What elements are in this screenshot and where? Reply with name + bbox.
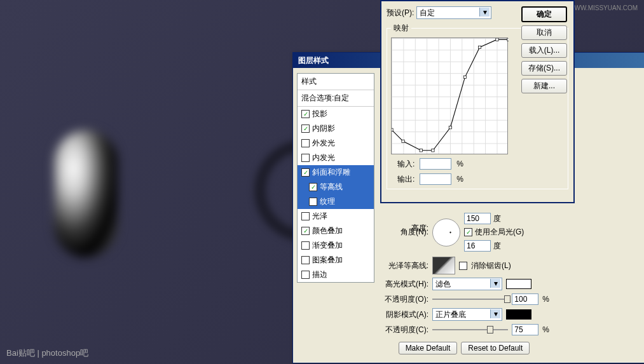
shadow-opacity-label: 不透明度(C): bbox=[379, 325, 428, 335]
rendered-object-blob bbox=[54, 130, 118, 257]
style-drop-shadow[interactable]: 投影 bbox=[298, 107, 374, 121]
output-value[interactable] bbox=[420, 173, 451, 185]
input-percent: % bbox=[456, 159, 463, 168]
shadow-mode-label: 阴影模式(A): bbox=[379, 309, 428, 320]
angle-input[interactable] bbox=[464, 213, 491, 224]
checkbox-icon[interactable] bbox=[301, 227, 310, 235]
checkbox-icon[interactable] bbox=[301, 212, 310, 220]
styles-list: 样式 混合选项:自定 投影 内阴影 外发光 内发光 斜面和浮雕 等高线 纹理 光… bbox=[297, 73, 374, 283]
combo-value: 正片叠底 bbox=[435, 309, 466, 320]
preset-label: 预设(P): bbox=[387, 8, 414, 18]
styles-header[interactable]: 样式 bbox=[298, 74, 374, 90]
layer-style-title: 图层样式 bbox=[298, 55, 329, 66]
style-inner-glow[interactable]: 内发光 bbox=[298, 151, 374, 165]
make-default-button[interactable]: Make Default bbox=[399, 342, 458, 354]
global-light-checkbox[interactable] bbox=[464, 228, 472, 236]
checkbox-icon[interactable] bbox=[301, 271, 310, 279]
global-light-label: 使用全局光(G) bbox=[475, 227, 524, 238]
gloss-contour-label: 光泽等高线: bbox=[379, 260, 428, 271]
curve-buttons: 确定 取消 载入(L)... 存储(S)... 新建... bbox=[521, 6, 567, 93]
curve-load-button[interactable]: 载入(L)... bbox=[521, 43, 567, 58]
curve-ok-button[interactable]: 确定 bbox=[521, 6, 567, 22]
style-satin[interactable]: 光泽 bbox=[298, 209, 374, 224]
curve-cancel-button[interactable]: 取消 bbox=[521, 25, 567, 40]
output-percent: % bbox=[456, 175, 463, 184]
highlight-mode-label: 高光模式(H): bbox=[379, 279, 428, 290]
label: 投影 bbox=[312, 109, 327, 119]
highlight-opacity-slider[interactable] bbox=[432, 293, 508, 305]
label: 斜面和浮雕 bbox=[312, 167, 350, 178]
shadow-opacity-input[interactable] bbox=[512, 324, 538, 335]
style-stroke[interactable]: 描边 bbox=[298, 267, 374, 282]
checkbox-icon[interactable] bbox=[301, 168, 310, 177]
input-label: 输入: bbox=[397, 159, 414, 170]
highlight-color-swatch[interactable] bbox=[506, 279, 531, 289]
style-pattern-overlay[interactable]: 图案叠加 bbox=[298, 253, 374, 267]
style-gradient-overlay[interactable]: 渐变叠加 bbox=[298, 238, 374, 253]
reset-default-button[interactable]: Reset to Default bbox=[461, 342, 530, 354]
curve-save-button[interactable]: 存储(S)... bbox=[521, 61, 567, 76]
curve-grid[interactable] bbox=[391, 37, 508, 154]
label: 内发光 bbox=[312, 152, 335, 163]
style-inner-shadow[interactable]: 内阴影 bbox=[298, 121, 374, 136]
highlight-mode-combo[interactable]: 滤色 bbox=[432, 278, 502, 290]
output-label: 输出: bbox=[397, 174, 414, 185]
highlight-opacity-input[interactable] bbox=[512, 293, 538, 305]
label: 外发光 bbox=[312, 138, 335, 149]
shadow-color-swatch[interactable] bbox=[506, 309, 531, 320]
svg-rect-1 bbox=[402, 140, 404, 142]
checkbox-icon[interactable] bbox=[301, 256, 310, 264]
degree-label: 度 bbox=[493, 213, 501, 224]
gloss-contour-picker[interactable] bbox=[432, 257, 455, 274]
svg-rect-6 bbox=[478, 46, 481, 48]
style-bevel-emboss[interactable]: 斜面和浮雕 bbox=[298, 165, 374, 180]
label: 渐变叠加 bbox=[312, 240, 343, 251]
label: 内阴影 bbox=[312, 123, 335, 134]
style-contour[interactable]: 等高线 bbox=[298, 180, 374, 194]
antialias-checkbox[interactable] bbox=[459, 262, 467, 270]
checkbox-icon[interactable] bbox=[309, 183, 317, 191]
checkbox-icon[interactable] bbox=[301, 241, 310, 250]
checkbox-icon[interactable] bbox=[301, 139, 310, 147]
degree-label-2: 度 bbox=[493, 241, 501, 252]
svg-rect-8 bbox=[507, 38, 509, 41]
highlight-opacity-label: 不透明度(O): bbox=[379, 294, 428, 305]
checkbox-icon[interactable] bbox=[301, 110, 310, 118]
combo-value: 滤色 bbox=[435, 279, 451, 290]
percent-label-2: % bbox=[542, 325, 549, 334]
shadow-mode-combo[interactable]: 正片叠底 bbox=[432, 308, 502, 321]
svg-rect-0 bbox=[392, 128, 393, 131]
combo-value: 自定 bbox=[420, 8, 435, 18]
svg-rect-3 bbox=[432, 149, 434, 152]
label: 等高线 bbox=[320, 182, 343, 192]
blend-options[interactable]: 混合选项:自定 bbox=[298, 90, 374, 107]
label: 图案叠加 bbox=[312, 255, 343, 266]
style-texture[interactable]: 纹理 bbox=[298, 194, 374, 209]
contour-editor-dialog: 预设(P): 自定 映射 输入: % 输出: % 确定 bbox=[380, 0, 575, 203]
svg-rect-5 bbox=[463, 76, 466, 78]
input-value[interactable] bbox=[420, 158, 451, 170]
style-outer-glow[interactable]: 外发光 bbox=[298, 136, 374, 151]
svg-rect-2 bbox=[420, 149, 422, 152]
altitude-label: 高度: bbox=[379, 223, 428, 234]
checkbox-icon[interactable] bbox=[309, 198, 317, 206]
label: 描边 bbox=[312, 269, 327, 280]
checkbox-icon[interactable] bbox=[301, 125, 310, 133]
altitude-input[interactable] bbox=[464, 240, 491, 252]
svg-rect-4 bbox=[449, 126, 451, 129]
label: 纹理 bbox=[320, 196, 335, 207]
watermark-baidu: Bai贴吧 | photoshop吧 bbox=[6, 347, 88, 359]
style-color-overlay[interactable]: 颜色叠加 bbox=[298, 224, 374, 238]
angle-dial[interactable]: ✦ bbox=[432, 219, 460, 246]
checkbox-icon[interactable] bbox=[301, 154, 310, 162]
percent-label: % bbox=[542, 295, 549, 304]
shadow-opacity-slider[interactable] bbox=[432, 324, 508, 335]
svg-rect-7 bbox=[496, 38, 498, 41]
label: 颜色叠加 bbox=[312, 226, 343, 236]
preset-combo[interactable]: 自定 bbox=[416, 6, 491, 19]
mapping-legend: 映射 bbox=[391, 23, 411, 34]
label: 光泽 bbox=[312, 211, 327, 222]
antialias-label: 消除锯齿(L) bbox=[471, 260, 511, 271]
curve-path bbox=[392, 38, 509, 155]
curve-new-button[interactable]: 新建... bbox=[521, 79, 567, 93]
